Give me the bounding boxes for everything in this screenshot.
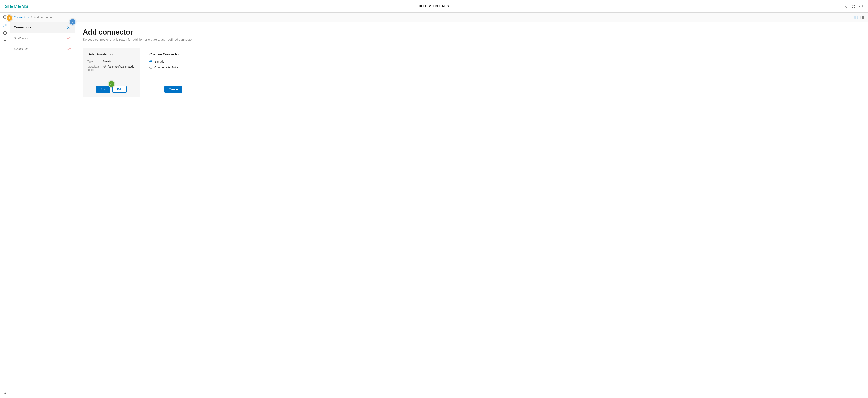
meta-value: ie/m/j/simatic/v1/simc1/dp (103, 65, 134, 68)
expand-rail-button[interactable] (3, 391, 7, 395)
breadcrumb-separator: / (31, 16, 32, 19)
nav-rail: 1 (0, 12, 10, 398)
svg-point-4 (3, 26, 4, 26)
radio-icon (149, 66, 153, 69)
meta-type-row: Type: Simatic (87, 60, 135, 63)
connectors-panel: Connectors / Add connector Connectors 2 … (10, 12, 75, 398)
page-title: Add connector (83, 28, 860, 36)
panel-right-toggle-icon[interactable] (860, 16, 864, 19)
connector-item-systeminfo[interactable]: System Info (10, 44, 75, 54)
meta-label: Type: (87, 60, 103, 63)
card-actions: Create (149, 86, 197, 93)
meta-label: Metadata topic: (87, 65, 103, 71)
breadcrumb-current: Add connector (34, 16, 53, 19)
page-subtitle: Select a connector that is ready for add… (83, 38, 860, 41)
cube-icon[interactable] (3, 15, 7, 19)
main-toolbar (75, 12, 868, 22)
content: Add connector Select a connector that is… (75, 22, 868, 103)
svg-point-6 (4, 40, 5, 41)
panel-left-toggle-icon[interactable] (854, 16, 858, 19)
radio-label: Simatic (154, 60, 164, 63)
meta-value: Simatic (103, 60, 112, 63)
radio-option-connectivity-suite[interactable]: Connectivity Suite (149, 65, 197, 69)
radio-icon (149, 60, 153, 63)
top-actions (844, 4, 863, 8)
connector-item-label: HmiRuntime (14, 36, 29, 40)
cards-row: Data Simulation Type: Simatic Metadata t… (83, 48, 860, 97)
svg-rect-12 (861, 16, 864, 19)
breadcrumb-root[interactable]: Connectors (14, 16, 29, 19)
meta-topic-row: Metadata topic: ie/m/j/simatic/v1/simc1/… (87, 65, 135, 71)
sync-icon[interactable] (3, 31, 7, 35)
svg-point-5 (5, 25, 6, 26)
svg-point-3 (3, 24, 4, 24)
card-title: Custom Connector (149, 52, 197, 56)
card-data-simulation: Data Simulation Type: Simatic Metadata t… (83, 48, 140, 97)
brand-logo: SIEMENS (5, 4, 29, 9)
edit-button[interactable]: Edit (113, 86, 127, 93)
connector-item-hmiruntime[interactable]: HmiRuntime (10, 33, 75, 44)
panel-title: Connectors (14, 26, 31, 29)
add-connector-icon[interactable] (66, 25, 71, 30)
radio-label: Connectivity Suite (154, 65, 178, 69)
radio-option-simatic[interactable]: Simatic (149, 60, 197, 63)
broken-link-icon (67, 36, 71, 40)
app-title: IIH ESSENTIALS (418, 4, 449, 8)
gear-icon[interactable] (3, 39, 7, 43)
add-button[interactable]: Add (96, 86, 111, 93)
svg-rect-10 (855, 16, 858, 19)
connectors-nav-icon[interactable] (3, 23, 7, 27)
feedback-icon[interactable] (851, 4, 856, 8)
card-actions: Add Edit 3 (87, 86, 135, 93)
connector-item-label: System Info (14, 47, 28, 50)
broken-link-icon (67, 47, 71, 51)
card-custom-connector: Custom Connector Simatic Connectivity Su… (145, 48, 202, 97)
main-area: Add connector Select a connector that is… (75, 12, 868, 398)
card-title: Data Simulation (87, 52, 135, 56)
create-button[interactable]: Create (164, 86, 182, 93)
panel-header: Connectors 2 (10, 22, 75, 33)
breadcrumb: Connectors / Add connector (10, 12, 75, 22)
info-icon[interactable] (859, 4, 863, 8)
top-header: SIEMENS IIH ESSENTIALS (0, 0, 868, 12)
lightbulb-icon[interactable] (844, 4, 848, 8)
